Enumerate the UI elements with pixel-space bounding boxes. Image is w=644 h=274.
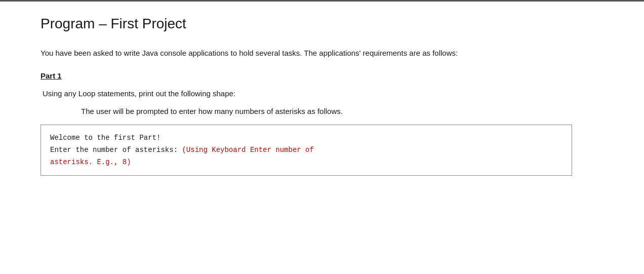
intro-text: You have been asked to write Java consol… bbox=[41, 47, 527, 59]
code-line2-black: Enter the number of asterisks: bbox=[50, 146, 182, 154]
part1-heading: Part 1 bbox=[41, 71, 603, 80]
code-line2-red: (Using Keyboard Enter number of bbox=[182, 146, 313, 154]
code-line-2: Enter the number of asterisks: (Using Ke… bbox=[50, 144, 562, 156]
page-title: Program – First Project bbox=[41, 16, 603, 32]
code-line-3: asterisks. E.g., 8) bbox=[50, 156, 562, 169]
code-line1-text: Welcome to the first Part! bbox=[50, 134, 160, 142]
code-block: Welcome to the first Part! Enter the num… bbox=[41, 125, 572, 176]
part1-description: Using any Loop statements, print out the… bbox=[41, 89, 603, 98]
code-line-1: Welcome to the first Part! bbox=[50, 132, 562, 144]
code-line3-red: asterisks. E.g., 8) bbox=[50, 158, 131, 166]
page-container: Program – First Project You have been as… bbox=[0, 0, 644, 274]
part1-sub-description: The user will be prompted to enter how m… bbox=[41, 107, 603, 115]
